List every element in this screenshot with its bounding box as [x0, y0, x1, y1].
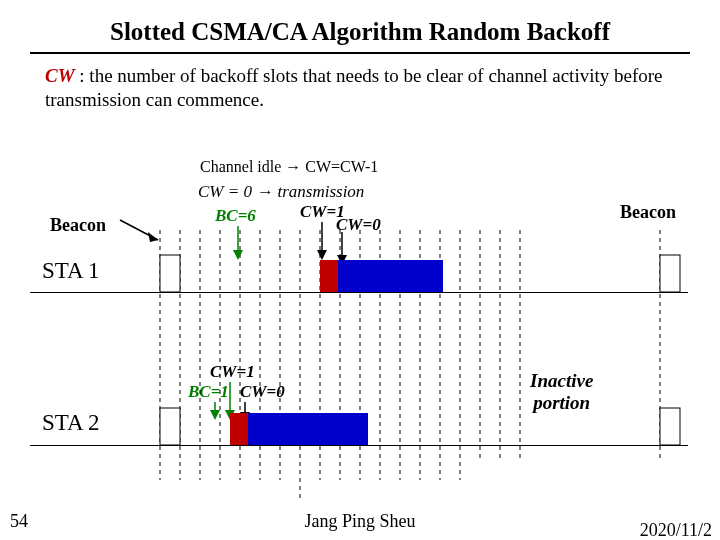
cw-term: CW	[45, 65, 75, 86]
svg-marker-24	[233, 250, 243, 260]
diagram-svg	[30, 160, 690, 500]
svg-rect-40	[660, 255, 680, 292]
svg-rect-38	[230, 413, 248, 445]
svg-rect-22	[160, 255, 180, 292]
cw-def-text: : the number of backoff slots that needs…	[45, 65, 662, 110]
timing-diagram: Channel idle → CW=CW-1 CW = 0 → transmis…	[30, 160, 690, 500]
author-name: Jang Ping Sheu	[0, 511, 720, 532]
svg-rect-41	[660, 408, 680, 445]
svg-rect-30	[338, 260, 443, 292]
svg-rect-39	[248, 413, 368, 445]
date-stamp: 2020/11/2	[640, 522, 712, 538]
svg-marker-33	[210, 410, 220, 420]
svg-marker-26	[317, 250, 327, 260]
svg-rect-31	[160, 408, 180, 445]
cw-definition: CW : the number of backoff slots that ne…	[0, 54, 720, 112]
svg-rect-29	[320, 260, 338, 292]
svg-marker-1	[148, 232, 158, 242]
page-title: Slotted CSMA/CA Algorithm Random Backoff	[0, 0, 720, 52]
